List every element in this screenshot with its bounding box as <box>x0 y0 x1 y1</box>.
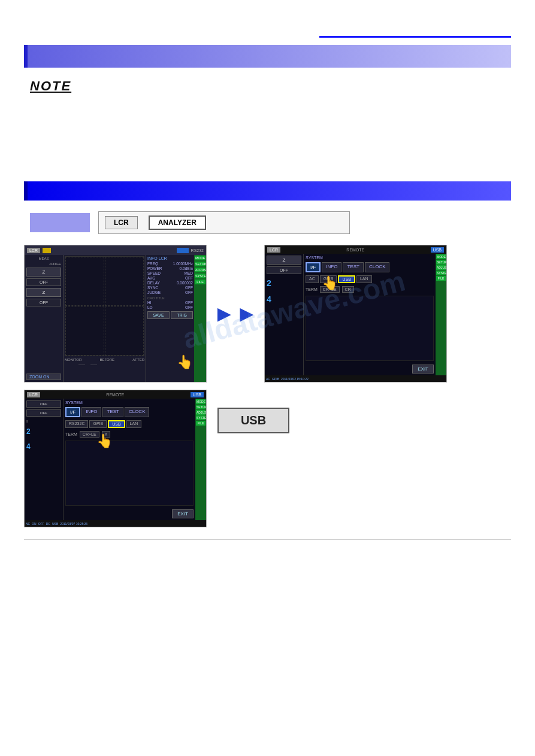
avg-val: OFF <box>185 276 193 280</box>
sys-sub-gpib[interactable]: GPIB <box>320 275 337 283</box>
freq-label: FREQ <box>147 262 158 266</box>
sys-status-ac: AC <box>266 377 270 381</box>
sys-off-btn-bottom[interactable]: OFF <box>26 400 61 408</box>
sys-sub-gpib-bottom[interactable]: GPIB <box>89 420 107 428</box>
sys-lcr-tag: LCR <box>267 247 280 253</box>
sidebar-file[interactable]: FILE <box>195 280 205 284</box>
sys-tab-test-bottom[interactable]: TEST <box>102 407 123 417</box>
sys-left-panel-bottom: OFF OFF 9 2 4 <box>25 399 64 520</box>
sys-sidebar-file[interactable]: FILE <box>436 276 446 281</box>
off-btn-2[interactable]: OFF <box>26 299 61 306</box>
sys-sub-lan-bottom[interactable]: LAN <box>126 420 142 428</box>
sys-tab-if-bottom[interactable]: I/F <box>65 407 80 417</box>
save-btn[interactable]: SAVE <box>147 311 170 319</box>
off-btn-1[interactable]: OFF <box>26 278 61 286</box>
sys-sub-ac[interactable]: AC <box>306 275 319 283</box>
sys-exit-btn[interactable]: EXIT <box>412 365 434 374</box>
sys-sub-row: AC GPIB USB LAN <box>306 275 434 283</box>
sidebar-mode[interactable]: MODE <box>195 256 205 260</box>
lcr-blue-tag <box>177 248 189 253</box>
bottom-right-content: USB <box>217 390 400 433</box>
sidebar-system[interactable]: SYSTEM <box>195 274 205 278</box>
system-label-bottom: SYSTEM <box>65 400 194 405</box>
judge-val: OFF <box>185 290 193 294</box>
z-btn-1[interactable]: Z <box>26 268 61 277</box>
speed-val: MED <box>185 271 193 275</box>
ref-label: BEFORE <box>99 358 114 362</box>
judge-row: JUDGE OFF <box>147 290 193 294</box>
sys-number-1: 2 <box>267 278 301 288</box>
sys-sidebar-system[interactable]: SYSTEM <box>436 271 446 275</box>
avg-label: AVG <box>147 276 155 280</box>
judge-val-label: JUDGE <box>147 290 161 294</box>
sys-right-sidebar: MODE SETUP ADJUST SYSTEM FILE <box>436 254 446 375</box>
z-btn-2[interactable]: Z <box>26 288 61 297</box>
sys-sidebar-setup[interactable]: SETUP <box>436 260 446 265</box>
sync-label: SYNC <box>147 286 158 290</box>
lo-val: OFF <box>185 305 193 309</box>
sys-z-btn[interactable]: Z <box>267 256 301 265</box>
trig-btn[interactable]: TRIG <box>171 311 193 319</box>
lcr-tag: LCR <box>27 248 40 253</box>
sys-number-bottom-1: 2 <box>26 427 61 436</box>
sys-term-row-bottom: TERM CR+LE X <box>65 431 194 438</box>
sys-tab-clock[interactable]: CLOCK <box>365 262 390 272</box>
reset-label: RS232 <box>191 248 204 253</box>
lcr-topbar: LCR RS232 <box>25 245 206 255</box>
sys-crle-btn[interactable]: CR+LE <box>320 286 340 293</box>
sys-tab-clock-bottom[interactable]: CLOCK <box>125 407 150 417</box>
system-screen-bottom: LCR REMOTE USB OFF OFF 9 2 4 SYSTEM I/F <box>24 390 207 527</box>
sidebar-setup[interactable]: SETUP <box>195 262 205 266</box>
meas-label: MEAS <box>26 257 61 260</box>
note-section: NOTE <box>30 78 505 165</box>
usb-large-button[interactable]: USB <box>217 408 289 433</box>
sys-sub-usb[interactable]: USB <box>338 275 355 283</box>
sync-row: SYNC OFF <box>147 286 193 290</box>
monitor-label: MONITOR <box>65 358 81 362</box>
sys-sub-rs232c[interactable]: RS232C <box>65 420 88 428</box>
sys-tab-if[interactable]: I/F <box>306 262 321 272</box>
sys-bottom-status-right: AC GPIB 2011/03/02 15:10:22 <box>265 375 446 382</box>
sys-topbar-right: LCR REMOTE USB <box>265 245 446 254</box>
sys-tab-test[interactable]: TEST <box>343 262 363 272</box>
power-row: POWER 0.0dBm <box>147 266 193 271</box>
sys-sub-lan[interactable]: LAN <box>356 275 372 283</box>
sys-status-usb-b: USB <box>52 522 58 526</box>
delay-row: DELAY 0.000002 <box>147 281 193 285</box>
instrument-label-box <box>30 213 90 232</box>
sys-term-row: TERM CR+LE CR <box>306 286 434 293</box>
note-text <box>30 101 505 165</box>
sys-tab-info[interactable]: INFO <box>322 262 341 272</box>
sys-sidebar-adjust-b[interactable]: ADJUST <box>196 410 205 415</box>
lcr-button[interactable]: LCR <box>105 216 138 229</box>
lcr-main-screen: LCR RS232 MEAS JUDGE Z OFF Z OFF ZOOM ON <box>24 245 207 382</box>
sys-sub-row-bottom: RS232C GPIB USB LAN <box>65 420 194 428</box>
sys-sidebar-system-b[interactable]: SYSTEM <box>196 415 205 420</box>
hi-label: HI <box>147 300 152 305</box>
sys-sidebar-setup-b[interactable]: SETUP <box>196 405 205 409</box>
sys-sidebar-mode[interactable]: MODE <box>436 254 446 259</box>
section2-header <box>24 181 511 201</box>
analyzer-button[interactable]: ANALYZER <box>149 215 206 230</box>
sys-tab-row: I/F INFO TEST CLOCK <box>306 262 434 272</box>
sys-sidebar-file-b[interactable]: FILE <box>196 421 205 426</box>
sidebar-adjust[interactable]: ADJUST <box>195 268 205 272</box>
arrow-container: ►► <box>217 245 253 382</box>
sys-exit-btn-bottom[interactable]: EXIT <box>172 509 194 518</box>
sys-sidebar-mode-b[interactable]: MODE <box>196 399 205 404</box>
sys-tab-info-bottom[interactable]: INFO <box>81 407 101 417</box>
lo-label: LO <box>147 305 153 309</box>
zoom-btn[interactable]: ZOOM ON <box>26 374 61 380</box>
sys-crle-btn-bottom[interactable]: CR+LE <box>80 431 99 438</box>
sys-status-dc-b: DC <box>46 522 50 526</box>
cro-title: CRO TITLE <box>147 296 193 300</box>
sys-off-btn-bottom2[interactable]: OFF <box>26 409 61 417</box>
lcr-grid-cell-3 <box>65 306 104 356</box>
sys-term-label-bottom: TERM <box>65 432 77 436</box>
sys-cr-btn[interactable]: CR <box>342 286 354 293</box>
sys-cr-btn-bottom[interactable]: X <box>102 431 111 438</box>
sys-sidebar-adjust[interactable]: ADJUST <box>436 265 446 270</box>
sys-off-btn[interactable]: OFF <box>267 266 301 274</box>
sys-sub-usb-bottom[interactable]: USB <box>108 420 125 428</box>
sys-left-panel: Z OFF 2 4 <box>265 254 304 375</box>
